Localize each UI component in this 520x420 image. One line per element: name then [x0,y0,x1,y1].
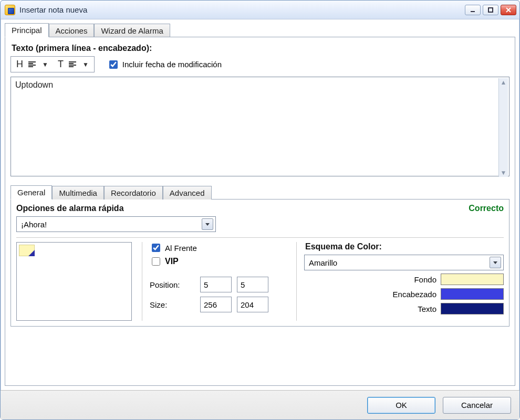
maximize-button[interactable] [483,5,498,15]
vip-input[interactable] [152,257,160,266]
alarm-status-label: Correcto [469,204,504,213]
note-preview-box [16,242,132,321]
scroll-down-icon[interactable]: ▼ [501,169,507,177]
al-frente-label: Al Frente [165,244,197,253]
scroll-up-icon[interactable]: ▲ [501,78,507,87]
options-column: Al Frente VIP Position: [150,242,297,321]
cancel-button[interactable]: Cancelar [443,397,511,414]
al-frente-input[interactable] [152,244,160,252]
text-align-icon[interactable] [69,61,76,67]
include-mod-date-checkbox[interactable]: Incluir fecha de modificación [107,59,222,70]
color-scheme-dropdown-icon[interactable] [490,257,501,268]
position-label: Position: [150,280,195,289]
tab-advanced[interactable]: Advanced [163,186,212,200]
color-scheme-combo[interactable]: Amarillo [304,255,504,270]
color-scheme-value: Amarillo [309,258,337,267]
heading-align-icon[interactable] [28,61,36,67]
tab-multimedia[interactable]: Multimedia [52,186,104,200]
color-fondo-label: Fondo [414,275,436,284]
svg-rect-1 [488,8,493,12]
main-tabstrip: Principal Acciones Wizard de Alarma [5,22,515,37]
size-label: Size: [150,300,195,309]
svg-marker-4 [205,223,210,226]
dialog-footer: OK Cancelar [1,390,519,419]
heading-dropdown-icon[interactable]: ▼ [42,61,48,68]
text-section-label: Texto (primera línea - encabezado): [12,44,508,53]
main-tab-panel: Texto (primera línea - encabezado): H ▼ … [5,37,515,386]
app-icon [5,5,15,15]
window-title: Insertar nota nueva [19,5,87,14]
tab-general[interactable]: General [11,185,52,200]
vip-label: VIP [165,257,179,266]
titlebar: Insertar nota nueva [1,1,519,19]
note-textarea[interactable] [11,77,509,176]
size-h-input[interactable] [237,297,268,312]
size-w-input[interactable] [200,297,232,312]
position-y-input[interactable] [237,277,268,292]
al-frente-checkbox[interactable]: Al Frente [150,242,290,254]
tab-recordatorio[interactable]: Recordatorio [104,186,163,200]
alarm-section-label: Opciones de alarma rápida [16,204,124,213]
close-button[interactable] [501,5,516,15]
text-dropdown-icon[interactable]: ▼ [82,61,89,68]
svg-marker-5 [493,261,497,264]
minimize-button[interactable] [465,5,481,15]
window-frame: Insertar nota nueva Principal Acciones W… [0,0,520,420]
preview-column [16,242,142,321]
color-encabezado-swatch[interactable] [441,288,504,300]
color-fondo-swatch[interactable] [441,274,504,285]
quick-alarm-dropdown-icon[interactable] [202,218,213,230]
color-texto-label: Texto [418,304,436,313]
color-encabezado-label: Encabezado [393,290,436,299]
position-x-input[interactable] [200,277,232,292]
text-format-button[interactable]: T [58,59,64,70]
include-mod-date-input[interactable] [109,60,118,69]
color-scheme-label: Esquema de Color: [305,242,503,251]
heading-format-button[interactable]: H [16,59,23,70]
color-texto-swatch[interactable] [441,303,504,314]
inner-tabstrip: General Multimedia Recordatorio Advanced [11,184,509,200]
tab-wizard-alarma[interactable]: Wizard de Alarma [94,24,170,37]
tab-principal[interactable]: Principal [5,23,49,37]
color-column: Esquema de Color: Amarillo Fondo [304,242,504,321]
ok-button[interactable]: OK [367,397,435,414]
textarea-scrollbar[interactable]: ▲ ▼ [498,78,508,177]
quick-alarm-value: ¡Ahora! [21,220,47,229]
tab-acciones[interactable]: Acciones [49,24,95,37]
vip-checkbox[interactable]: VIP [150,256,290,267]
inner-tab-panel: Opciones de alarma rápida Correcto ¡Ahor… [11,199,509,327]
format-toolbar: H ▼ T ▼ [11,56,95,72]
quick-alarm-combo[interactable]: ¡Ahora! [16,216,216,232]
include-mod-date-label: Incluir fecha de modificación [122,60,222,69]
note-preview-icon [19,245,35,256]
